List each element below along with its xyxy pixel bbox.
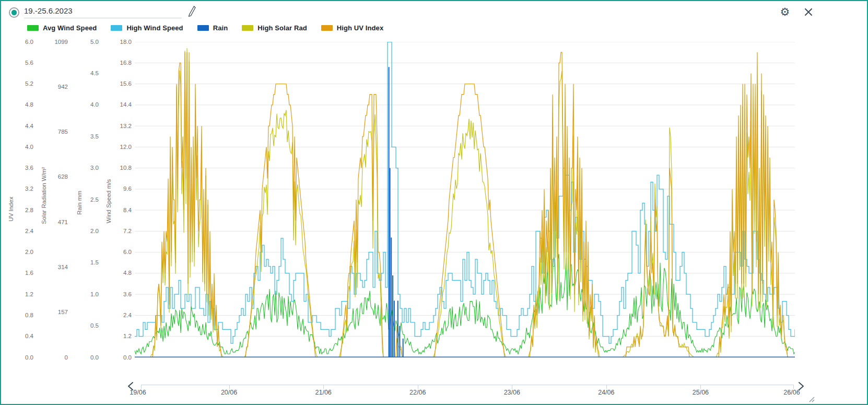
- y-tick-wind: 1.2: [100, 333, 132, 340]
- timeline-tick: [793, 385, 794, 389]
- y-tick-rain: 0.0: [67, 354, 99, 361]
- legend-item-avg-wind-speed[interactable]: Avg Wind Speed: [27, 24, 97, 32]
- y-tick-solar: 157: [37, 309, 68, 316]
- legend-label: High Wind Speed: [126, 24, 183, 32]
- legend-swatch-icon: [321, 25, 333, 31]
- legend-swatch-icon: [111, 25, 122, 31]
- y-tick-wind: 6.0: [100, 249, 132, 256]
- y-tick-rain: 2.5: [67, 196, 99, 203]
- legend-label: Rain: [213, 24, 228, 32]
- y-tick-rain: 4.5: [67, 70, 99, 77]
- y-tick-rain: 0.5: [67, 322, 99, 329]
- timeline-tick: [229, 385, 230, 389]
- y-tick-uv: 5.6: [2, 60, 33, 66]
- chevron-right-icon[interactable]: [796, 381, 805, 394]
- chevron-right-glyph: [796, 381, 805, 391]
- y-tick-uv: 1.6: [2, 270, 33, 276]
- legend-label: Avg Wind Speed: [43, 24, 97, 32]
- legend-swatch-icon: [197, 25, 209, 31]
- record-dot-glyph: [8, 6, 20, 19]
- legend-item-high-solar-rad[interactable]: High Solar Rad: [242, 24, 307, 32]
- timeline-tick: [606, 385, 607, 389]
- y-tick-wind: 2.4: [100, 312, 132, 319]
- timeline-tick: [512, 385, 512, 389]
- y-tick-wind: 4.8: [100, 270, 132, 276]
- y-tick-solar: 314: [37, 264, 68, 271]
- y-tick-uv: 3.2: [2, 186, 33, 192]
- y-tick-solar: 1099: [37, 39, 68, 45]
- y-tick-rain: 3.5: [67, 133, 99, 140]
- y-tick-uv: 2.0: [2, 249, 33, 256]
- x-tick-label: 25/06: [685, 389, 716, 396]
- y-tick-solar: 628: [37, 173, 68, 180]
- y-tick-uv: 0.4: [2, 333, 33, 340]
- legend-item-rain[interactable]: Rain: [197, 24, 228, 32]
- x-tick-label: 23/06: [496, 389, 527, 396]
- y-tick-wind: 0.0: [100, 354, 132, 361]
- legend-item-high-wind-speed[interactable]: High Wind Speed: [111, 24, 183, 32]
- timeline-tick: [700, 385, 701, 389]
- timeline-tick: [323, 385, 324, 389]
- y-tick-rain: 3.0: [67, 165, 99, 171]
- y-tick-wind: 13.2: [100, 123, 132, 130]
- y-tick-uv: 4.4: [2, 123, 33, 130]
- y-tick-uv: 6.0: [2, 39, 33, 45]
- y-tick-wind: 9.6: [100, 186, 132, 192]
- chart-legend: Avg Wind SpeedHigh Wind SpeedRainHigh So…: [27, 24, 383, 32]
- resize-grip-glyph: [806, 394, 815, 402]
- timeline-track[interactable]: [141, 385, 794, 385]
- x-tick-label: 21/06: [308, 389, 339, 396]
- timeline-tick: [418, 385, 418, 389]
- gear-icon[interactable]: ⚙: [778, 5, 792, 19]
- pencil-glyph: [187, 5, 197, 18]
- y-tick-uv: 0.0: [2, 354, 33, 361]
- y-tick-uv: 4.8: [2, 101, 33, 108]
- date-range-input[interactable]: 19.-25.6.2023: [24, 4, 182, 18]
- y-axis-title-wind: Wind Speed m/s: [104, 144, 113, 259]
- timeline-tick: [141, 385, 142, 389]
- y-tick-uv: 2.8: [2, 207, 33, 214]
- legend-swatch-icon: [242, 25, 253, 31]
- y-tick-wind: 3.6: [100, 291, 132, 298]
- y-tick-wind: 16.8: [100, 60, 132, 66]
- legend-swatch-icon: [27, 25, 39, 31]
- date-range-value: 19.-25.6.2023: [24, 6, 73, 15]
- y-tick-rain: 2.0: [67, 228, 99, 235]
- y-tick-rain: 4.0: [67, 101, 99, 108]
- y-tick-wind: 10.8: [100, 165, 132, 171]
- y-tick-rain: 5.0: [67, 39, 99, 45]
- x-tick-label: 24/06: [591, 389, 622, 396]
- weather-chart-widget: 19.-25.6.2023 ⚙ Avg Wind SpeedHigh Wind …: [0, 0, 868, 405]
- y-tick-rain: 1.5: [67, 259, 99, 266]
- legend-label: High Solar Rad: [257, 24, 307, 32]
- y-tick-uv: 1.2: [2, 291, 33, 298]
- y-tick-uv: 4.0: [2, 144, 33, 151]
- y-tick-rain: 1.0: [67, 291, 99, 298]
- y-tick-solar: 942: [37, 84, 68, 90]
- y-tick-solar: 0: [37, 354, 68, 361]
- x-glyph: [803, 6, 814, 18]
- pencil-icon[interactable]: [187, 5, 197, 18]
- x-tick-label: 19/06: [122, 389, 154, 396]
- y-tick-uv: 5.2: [2, 80, 33, 87]
- x-tick-label: 20/06: [214, 389, 245, 396]
- x-tick-label: 22/06: [402, 389, 433, 396]
- y-tick-wind: 7.2: [100, 228, 132, 235]
- y-tick-wind: 12.0: [100, 144, 132, 151]
- record-dot-icon[interactable]: [8, 6, 20, 19]
- y-tick-uv: 2.4: [2, 228, 33, 235]
- y-tick-wind: 15.6: [100, 80, 132, 87]
- y-tick-solar: 785: [37, 129, 68, 135]
- y-axis-title-solar: Solar Radiation W/m²: [40, 138, 48, 253]
- y-tick-solar: 471: [37, 219, 68, 226]
- y-tick-wind: 14.4: [100, 101, 132, 108]
- y-tick-uv: 3.6: [2, 165, 33, 171]
- legend-label: High UV Index: [337, 24, 383, 32]
- y-tick-wind: 8.4: [100, 207, 132, 214]
- legend-item-high-uv-index[interactable]: High UV Index: [321, 24, 383, 32]
- y-tick-uv: 0.8: [2, 312, 33, 319]
- x-icon[interactable]: [803, 6, 814, 18]
- chart-plot-area: [135, 42, 795, 357]
- resize-grip-icon[interactable]: [806, 394, 815, 404]
- y-tick-wind: 18.0: [100, 39, 132, 45]
